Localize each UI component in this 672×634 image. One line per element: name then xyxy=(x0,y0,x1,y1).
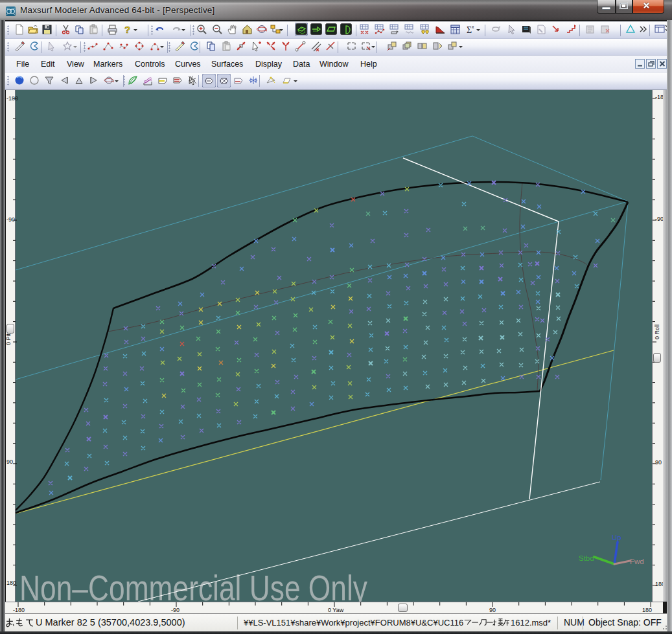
svg-text:x: x xyxy=(472,25,474,29)
svg-text:Fwd: Fwd xyxy=(630,558,644,565)
svg-text:Non–Commercial Use Only: Non–Commercial Use Only xyxy=(19,568,367,602)
svg-text:?: ? xyxy=(124,24,130,35)
svg-text:Up: Up xyxy=(612,534,621,541)
svg-text:Σ: Σ xyxy=(467,25,472,35)
svg-text:Stbd: Stbd xyxy=(579,554,594,562)
